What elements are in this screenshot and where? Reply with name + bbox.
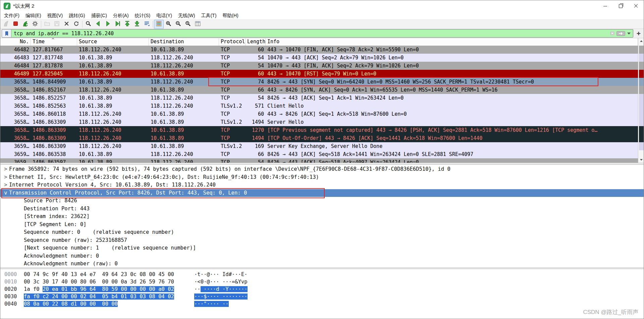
filter-add-button[interactable]: +: [635, 30, 642, 37]
packet-row[interactable]: 3658…1486.85256310.61.38.89118.112.26.24…: [0, 102, 638, 110]
zoom-original-button[interactable]: [183, 20, 193, 29]
no-expander[interactable]: [17, 197, 24, 205]
detail-line[interactable]: >Ethernet II, Src: HewlettP_64:23:0c (e4…: [0, 173, 644, 181]
stop-capture-button[interactable]: [11, 20, 20, 29]
expanded-caret-icon[interactable]: v: [2, 189, 9, 197]
menu-item-8[interactable]: 无线(W): [175, 12, 198, 19]
go-back-button[interactable]: [93, 20, 103, 29]
no-expander[interactable]: [17, 244, 24, 252]
detail-line[interactable]: Acknowledgment number (raw): 0: [0, 260, 644, 268]
menu-item-2[interactable]: 视图(V): [44, 12, 66, 19]
auto-scroll-button[interactable]: [142, 20, 152, 29]
hex-bytes[interactable]: 1a f0 20 ea 01 bb 96 64 80 59 00 00 00 0…: [24, 285, 194, 293]
go-to-bottom-button[interactable]: [132, 20, 142, 29]
menu-item-0[interactable]: 文件(F): [1, 12, 22, 19]
no-expander[interactable]: [17, 228, 24, 236]
menu-item-1[interactable]: 编辑(E): [22, 12, 44, 19]
packet-row[interactable]: 46482127.817667118.112.26.24010.61.38.89…: [0, 46, 638, 54]
hex-bytes[interactable]: 08 0a 00 22 08 d1 00 00 00 00: [24, 300, 194, 308]
hex-ascii[interactable]: ···"···· ··: [194, 300, 644, 308]
packet-row[interactable]: 3659…1486.86359710.61.38.89118.112.26.24…: [0, 158, 638, 163]
colorize-button[interactable]: [154, 20, 164, 29]
column-header-no[interactable]: No.: [0, 38, 31, 46]
packet-list-scrollbar[interactable]: [638, 38, 644, 163]
scrollbar-down-icon[interactable]: [638, 157, 644, 163]
hex-row[interactable]: 001000 3c 30 17 40 00 80 06 00 00 0a 3d …: [0, 278, 644, 285]
packet-row[interactable]: 3659…1486.863309118.112.26.24010.61.38.8…: [0, 142, 638, 150]
find-packet-button[interactable]: [84, 20, 93, 29]
go-forward-button[interactable]: [103, 20, 113, 29]
menu-item-10[interactable]: 帮助(H): [219, 12, 241, 19]
zoom-in-button[interactable]: [164, 20, 173, 29]
detail-line[interactable]: >Internet Protocol Version 4, Src: 10.61…: [0, 181, 644, 189]
hex-ascii[interactable]: ···$···· ········: [194, 293, 644, 300]
detail-line[interactable]: Acknowledgment number: 0: [0, 252, 644, 260]
menu-item-4[interactable]: 捕获(C): [88, 12, 110, 19]
restart-capture-button[interactable]: [20, 20, 30, 29]
packet-row[interactable]: 3658…1486.863309118.112.26.24010.61.38.8…: [0, 126, 638, 134]
collapsed-caret-icon[interactable]: >: [2, 173, 9, 181]
detail-line[interactable]: [Stream index: 23622]: [0, 213, 644, 221]
detail-line[interactable]: [TCP Segment Len: 0]: [0, 221, 644, 229]
collapsed-caret-icon[interactable]: >: [2, 165, 9, 173]
hex-row[interactable]: 004008 0a 00 22 08 d1 00 00 00 00···"···…: [0, 300, 644, 308]
resize-columns-button[interactable]: [193, 20, 203, 29]
hex-bytes[interactable]: 00 74 9c 9f 40 13 e4 e7 49 64 23 0c 08 0…: [24, 271, 194, 278]
packet-row[interactable]: 46484127.81787810.61.38.89118.112.26.240…: [0, 62, 638, 70]
hex-row[interactable]: 0030fa f0 c2 24 00 00 02 04 05 b4 01 03 …: [0, 293, 644, 300]
menu-item-7[interactable]: 电话(Y): [153, 12, 175, 19]
maximize-button[interactable]: [613, 0, 628, 12]
filter-dropdown-icon[interactable]: [627, 33, 631, 35]
collapsed-caret-icon[interactable]: >: [2, 181, 9, 189]
packet-row[interactable]: 3658…1486.863309118.112.26.24010.61.38.8…: [0, 134, 638, 142]
save-file-button[interactable]: [52, 20, 62, 29]
detail-line[interactable]: Sequence number (raw): 2523168857: [0, 236, 644, 245]
start-capture-button[interactable]: [1, 20, 11, 29]
no-expander[interactable]: [17, 236, 24, 245]
no-expander[interactable]: [17, 260, 24, 268]
hex-row[interactable]: 00201a f0 20 ea 01 bb 96 64 80 59 00 00 …: [0, 285, 644, 293]
go-to-top-button[interactable]: [122, 20, 132, 29]
menu-item-6[interactable]: 统计(S): [132, 12, 154, 19]
capture-options-gear-button[interactable]: [30, 20, 40, 29]
packet-row[interactable]: 3658…1486.860118118.112.26.24010.61.38.8…: [0, 110, 638, 118]
filter-expression-text[interactable]: tcp and ip.addr == 118.112.26.240: [11, 31, 609, 37]
hex-ascii[interactable]: ·t··@··· Id#···E·: [194, 271, 644, 278]
column-header-info[interactable]: Info: [266, 38, 638, 46]
detail-line[interactable]: [Next sequence number: 1 (relative seque…: [0, 244, 644, 252]
hex-bytes[interactable]: fa f0 c2 24 00 00 02 04 05 b4 01 03 03 0…: [24, 293, 194, 300]
zoom-out-button[interactable]: [173, 20, 183, 29]
hex-bytes[interactable]: 00 3c 30 17 40 00 80 06 00 00 0a 3d 26 5…: [24, 278, 194, 285]
go-to-packet-button[interactable]: [113, 20, 122, 29]
column-header-source[interactable]: Source: [77, 38, 149, 46]
filter-clear-icon[interactable]: [609, 31, 615, 36]
detail-line[interactable]: vTransmission Control Protocol, Src Port…: [0, 189, 644, 197]
filter-input[interactable]: tcp and ip.addr == 118.112.26.240: [2, 29, 633, 38]
no-expander[interactable]: [17, 213, 24, 221]
column-header-length[interactable]: Length: [246, 38, 266, 46]
packet-row[interactable]: 3659…1486.86353810.61.38.89118.112.26.24…: [0, 150, 638, 158]
menu-item-9[interactable]: 工具(T): [198, 12, 219, 19]
open-file-button[interactable]: [42, 20, 52, 29]
detail-line[interactable]: Sequence number: 0 (relative sequence nu…: [0, 228, 644, 236]
scrollbar-up-icon[interactable]: [638, 38, 644, 44]
detail-line[interactable]: >Frame 365892: 74 bytes on wire (592 bit…: [0, 165, 644, 173]
packet-row[interactable]: 46483127.81774810.61.38.89118.112.26.240…: [0, 54, 638, 62]
reload-button[interactable]: [71, 20, 81, 29]
no-expander[interactable]: [17, 252, 24, 260]
close-button[interactable]: [628, 0, 644, 12]
packet-row[interactable]: 3658…1486.863309118.112.26.24010.61.38.8…: [0, 118, 638, 126]
no-expander[interactable]: [17, 221, 24, 229]
packet-row[interactable]: 3658…1486.852167118.112.26.24010.61.38.8…: [0, 86, 638, 94]
minimize-button[interactable]: [597, 0, 613, 12]
filter-bookmark-icon[interactable]: [2, 30, 11, 37]
filter-apply-icon[interactable]: [616, 31, 625, 36]
detail-line[interactable]: Source Port: 8426: [0, 197, 644, 205]
menu-item-3[interactable]: 跳转(G): [66, 12, 88, 19]
no-expander[interactable]: [17, 205, 24, 213]
hex-ascii[interactable]: ·<0·@··· ···=&Yvp: [194, 278, 644, 285]
column-header-protocol[interactable]: Protocol: [219, 38, 246, 46]
column-header-dest[interactable]: Destination: [149, 38, 219, 46]
menu-item-5[interactable]: 分析(A): [110, 12, 132, 19]
close-file-button[interactable]: [62, 20, 71, 29]
